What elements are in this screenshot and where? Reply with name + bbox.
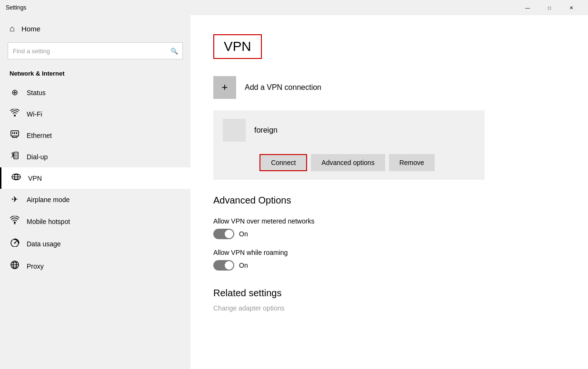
sidebar-item-label: Dial-up (27, 153, 48, 161)
sidebar-item-label: Ethernet (27, 132, 52, 139)
toggle-metered-networks: Allow VPN over metered networks On (213, 217, 565, 239)
sidebar-item-label: Data usage (27, 240, 61, 248)
svg-rect-7 (14, 152, 18, 159)
advanced-options-button[interactable]: Advanced options (311, 154, 385, 171)
toggle-metered-container: On (213, 229, 565, 239)
window-title: Settings (6, 4, 26, 11)
vpn-connection-buttons: Connect Advanced options Remove (213, 150, 485, 180)
ethernet-icon (10, 130, 20, 140)
svg-rect-4 (12, 132, 13, 134)
sidebar-item-proxy[interactable]: Proxy (0, 255, 190, 277)
airplane-icon: ✈ (10, 194, 20, 204)
vpn-connection-card: foreign Connect Advanced options Remove (213, 110, 485, 180)
sidebar-item-label: Wi-Fi (27, 110, 42, 118)
maximize-button[interactable]: □ (538, 0, 560, 15)
proxy-icon (10, 261, 20, 272)
hotspot-icon (10, 216, 20, 227)
sidebar-item-label: Proxy (27, 262, 44, 270)
sidebar-item-label: Status (27, 89, 46, 97)
svg-rect-6 (16, 132, 17, 134)
svg-rect-5 (14, 132, 15, 134)
advanced-options-title: Advanced Options (213, 195, 565, 206)
page-title: VPN (213, 34, 262, 59)
toggle-roaming-container: On (213, 260, 565, 271)
vpn-connection-header: foreign (213, 110, 485, 150)
sidebar-item-label: Airplane mode (27, 196, 70, 204)
plus-icon: + (222, 81, 228, 94)
sidebar-item-airplane[interactable]: ✈ Airplane mode (0, 189, 190, 210)
search-input[interactable] (8, 42, 183, 59)
toggle-roaming-state: On (239, 262, 248, 269)
toggle-roaming-switch[interactable] (213, 260, 234, 271)
sidebar-section-title: Network & Internet (0, 66, 190, 82)
window-controls: — □ ✕ (517, 0, 582, 15)
home-icon: ⌂ (10, 24, 15, 34)
svg-rect-8 (15, 154, 16, 155)
sidebar-item-dialup[interactable]: Dial-up (0, 146, 190, 167)
change-adapter-link[interactable]: Change adapter options (213, 304, 565, 312)
sidebar: ⌂ Home 🔍 Network & Internet ⊕ Status Wi-… (0, 15, 190, 369)
search-button[interactable]: 🔍 (166, 42, 183, 59)
toggle-metered-label: Allow VPN over metered networks (213, 217, 565, 225)
sidebar-item-datausage[interactable]: Data usage (0, 233, 190, 255)
svg-rect-10 (15, 155, 16, 156)
sidebar-item-hotspot[interactable]: Mobile hotspot (0, 210, 190, 233)
search-box: 🔍 (8, 42, 183, 59)
sidebar-item-ethernet[interactable]: Ethernet (0, 125, 190, 146)
minimize-button[interactable]: — (517, 0, 538, 15)
main-content: VPN + Add a VPN connection foreign Conne… (190, 15, 588, 369)
sidebar-item-wifi[interactable]: Wi-Fi (0, 103, 190, 125)
remove-button[interactable]: Remove (389, 154, 435, 171)
add-vpn-row[interactable]: + Add a VPN connection (213, 76, 565, 99)
related-settings-title: Related settings (213, 288, 565, 299)
toggle-metered-switch[interactable] (213, 229, 234, 239)
wifi-icon (10, 109, 20, 119)
toggle-roaming-label: Allow VPN while roaming (213, 249, 565, 256)
toggle-roaming: Allow VPN while roaming On (213, 249, 565, 271)
sidebar-item-status[interactable]: ⊕ Status (0, 82, 190, 103)
sidebar-item-label: Mobile hotspot (27, 218, 70, 225)
add-vpn-label: Add a VPN connection (245, 83, 321, 92)
dialup-icon (10, 152, 20, 162)
svg-rect-11 (17, 155, 18, 156)
close-button[interactable]: ✕ (560, 0, 582, 15)
status-icon: ⊕ (10, 87, 20, 97)
home-label: Home (21, 25, 40, 33)
svg-rect-13 (17, 157, 18, 158)
datausage-icon (10, 238, 20, 249)
app-body: ⌂ Home 🔍 Network & Internet ⊕ Status Wi-… (0, 15, 588, 369)
svg-point-23 (14, 243, 16, 244)
sidebar-item-vpn[interactable]: VPN (0, 167, 190, 189)
vpn-icon (11, 173, 21, 183)
add-vpn-icon: + (213, 76, 236, 99)
sidebar-home[interactable]: ⌂ Home (0, 15, 190, 42)
sidebar-item-label: VPN (28, 175, 42, 182)
title-bar: Settings — □ ✕ (0, 0, 588, 15)
vpn-connection-name: foreign (254, 126, 278, 135)
svg-rect-12 (15, 157, 16, 158)
vpn-connection-icon (223, 119, 246, 142)
connect-button[interactable]: Connect (259, 154, 307, 171)
toggle-metered-state: On (239, 230, 248, 238)
svg-rect-9 (17, 154, 18, 155)
